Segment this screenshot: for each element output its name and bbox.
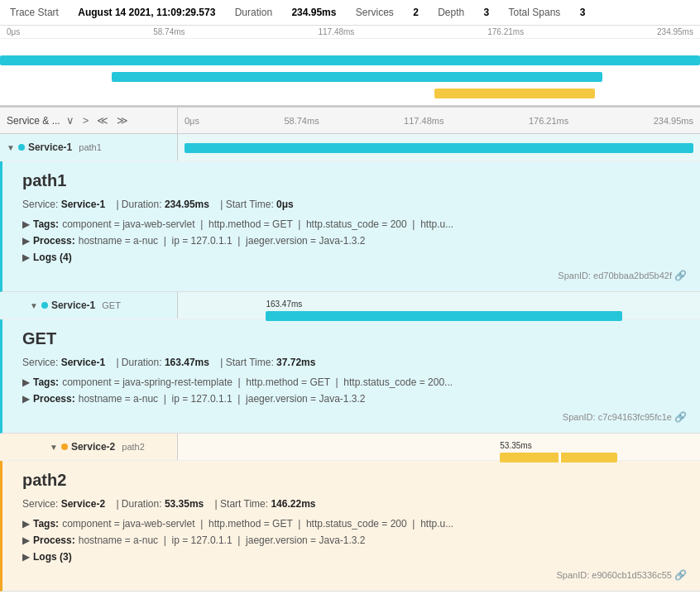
expand-btn[interactable]: > xyxy=(80,113,92,127)
panel-header-label: Service & ... xyxy=(7,115,60,127)
detail-title-1: path1 xyxy=(22,171,687,190)
logs-toggle-3[interactable]: ▶ xyxy=(22,551,30,563)
tags-label-2: Tags: xyxy=(33,376,59,388)
detail-process-row-2: ▶ Process: hostname = a-nuc | ip = 127.0… xyxy=(22,393,687,405)
tags-value-2: component = java-spring-rest-template | … xyxy=(62,376,453,388)
services-label: Services 2 xyxy=(356,7,421,18)
span-left-1: ▼ Service-1 path1 xyxy=(0,134,178,161)
collapse-btn[interactable]: ∨ xyxy=(64,113,77,127)
meta-service-label-1: Service: Service-1 xyxy=(22,199,105,210)
span-id-3: SpanID: e9060cb1d5336c55 xyxy=(556,570,671,580)
meta-start-label-2: | Start Time: 37.72ms xyxy=(220,357,315,368)
detail-meta-2: Service: Service-1 | Duration: 163.47ms … xyxy=(22,357,687,368)
span-bar-1 xyxy=(185,143,693,153)
tags-toggle-3[interactable]: ▶ xyxy=(22,518,30,530)
span-bar-container-2: 163.47ms xyxy=(185,301,693,309)
detail-meta-3: Service: Service-2 | Duration: 53.35ms |… xyxy=(22,498,687,510)
span-bar-3a xyxy=(500,453,559,463)
main-panel: Service & ... ∨ > ≪ ≫ 0μs 58.74ms 117.48… xyxy=(0,107,700,592)
panel-header: Service & ... ∨ > ≪ ≫ 0μs 58.74ms 117.48… xyxy=(0,108,700,134)
detail-meta-1: Service: Service-1 | Duration: 234.95ms … xyxy=(22,199,687,210)
meta-duration-label-3: | Duration: 53.35ms xyxy=(116,498,204,510)
tags-value-3: component = java-web-servlet | http.meth… xyxy=(62,518,453,530)
total-spans-label: Total Spans 3 xyxy=(509,7,586,18)
tags-value-1: component = java-web-servlet | http.meth… xyxy=(62,218,453,230)
detail-logs-row-3: ▶ Logs (3) xyxy=(22,551,687,563)
meta-service-3: Service-2 xyxy=(61,498,105,510)
detail-panel-2: GET Service: Service-1 | Duration: 163.4… xyxy=(0,319,700,434)
detail-tags-row-1: ▶ Tags: component = java-web-servlet | h… xyxy=(22,218,687,230)
span-op-2: GET xyxy=(102,300,121,310)
process-toggle-1[interactable]: ▶ xyxy=(22,235,30,247)
meta-start-1: 0μs xyxy=(276,199,294,210)
span-right-1 xyxy=(178,134,700,161)
detail-tags-row-2: ▶ Tags: component = java-spring-rest-tem… xyxy=(22,376,687,388)
timeline-canvas xyxy=(0,39,700,105)
process-label-3: Process: xyxy=(33,534,75,546)
detail-tags-row-3: ▶ Tags: component = java-web-servlet | h… xyxy=(22,518,687,530)
span-link-icon-1[interactable]: 🔗 xyxy=(674,270,687,281)
header-t1: 58.74ms xyxy=(284,116,319,126)
logs-label-3: Logs (3) xyxy=(33,551,72,563)
collapse-all-btn[interactable]: ≪ xyxy=(94,113,111,127)
meta-duration-label-1: | Duration: 234.95ms xyxy=(116,199,209,210)
duration-label: Duration 234.95ms xyxy=(235,7,339,18)
logs-btn-3[interactable]: ▶ Logs (3) xyxy=(22,551,72,563)
span-link-icon-2[interactable]: 🔗 xyxy=(674,411,687,423)
service-name-1: Service-1 xyxy=(28,141,72,153)
depth-label: Depth 3 xyxy=(438,7,491,18)
span-id-2: SpanID: c7c94163fc95fc1e xyxy=(563,412,672,422)
collapse-span-2[interactable]: ▼ xyxy=(30,301,38,310)
span-left-2: ▼ Service-1 GET xyxy=(0,292,178,319)
process-label-2: Process: xyxy=(33,393,75,405)
service-dot-2 xyxy=(41,302,48,309)
ruler-t3: 176.21ms xyxy=(487,27,524,36)
collapse-span-1[interactable]: ▼ xyxy=(7,143,15,152)
meta-service-1: Service-1 xyxy=(61,199,105,210)
tags-toggle-2[interactable]: ▶ xyxy=(22,376,30,388)
timeline-ruler: 0μs 58.74ms 117.48ms 176.21ms 234.95ms xyxy=(0,26,700,39)
span-id-row-2: SpanID: c7c94163fc95fc1e 🔗 xyxy=(22,411,687,423)
process-value-2: hostname = a-nuc | ip = 127.0.1.1 | jaeg… xyxy=(79,393,366,405)
trace-start-value: August 14 2021, 11:09:29.573 xyxy=(78,7,215,18)
tags-toggle-1[interactable]: ▶ xyxy=(22,218,30,230)
panel-header-right: 0μs 58.74ms 117.48ms 176.21ms 234.95ms xyxy=(178,116,700,126)
depth-value: 3 xyxy=(484,7,490,18)
meta-start-3: 146.22ms xyxy=(271,498,315,510)
span-row-1: ▼ Service-1 path1 xyxy=(0,134,700,161)
process-label-1: Process: xyxy=(33,235,75,247)
span-bar-2 xyxy=(266,311,622,321)
ruler-t0: 0μs xyxy=(7,27,20,36)
span-link-icon-3[interactable]: 🔗 xyxy=(674,569,687,581)
panel-header-left: Service & ... ∨ > ≪ ≫ xyxy=(0,108,178,133)
overview-bar-1 xyxy=(0,55,700,65)
meta-service-label-3: Service: Service-2 xyxy=(22,498,105,510)
expand-all-btn[interactable]: ≫ xyxy=(114,113,131,127)
meta-duration-label-2: | Duration: 163.47ms xyxy=(116,357,209,368)
trace-header: Trace Start August 14 2021, 11:09:29.573… xyxy=(0,0,700,26)
span-row-3: ▼ Service-2 path2 53.35ms xyxy=(0,434,700,461)
detail-panel-1: path1 Service: Service-1 | Duration: 234… xyxy=(0,161,700,292)
meta-duration-1: 234.95ms xyxy=(165,199,209,210)
ruler-t1: 58.74ms xyxy=(153,27,185,36)
span-op-1: path1 xyxy=(79,142,102,152)
process-toggle-3[interactable]: ▶ xyxy=(22,534,30,546)
tags-label-3: Tags: xyxy=(33,518,59,530)
ruler-t4: 234.95ms xyxy=(657,27,693,36)
process-value-1: hostname = a-nuc | ip = 127.0.1.1 | jaeg… xyxy=(79,235,366,247)
collapse-span-3[interactable]: ▼ xyxy=(50,443,58,452)
meta-duration-2: 163.47ms xyxy=(165,357,209,368)
logs-btn-1[interactable]: ▶ Logs (4) xyxy=(22,252,72,263)
span-bar-label-3: 53.35ms xyxy=(500,441,531,450)
detail-process-row-1: ▶ Process: hostname = a-nuc | ip = 127.0… xyxy=(22,235,687,247)
span-id-row-1: SpanID: ed70bbaa2bd5b42f 🔗 xyxy=(22,270,687,281)
logs-toggle-1[interactable]: ▶ xyxy=(22,252,30,263)
logs-label-1: Logs (4) xyxy=(33,252,72,263)
span-bar-3b xyxy=(561,453,617,463)
span-op-3: path2 xyxy=(122,442,145,452)
meta-start-label-3: | Start Time: 146.22ms xyxy=(215,498,316,510)
meta-duration-3: 53.35ms xyxy=(165,498,204,510)
total-spans-value: 3 xyxy=(580,7,586,18)
detail-logs-row-1: ▶ Logs (4) xyxy=(22,252,687,263)
process-toggle-2[interactable]: ▶ xyxy=(22,393,30,405)
